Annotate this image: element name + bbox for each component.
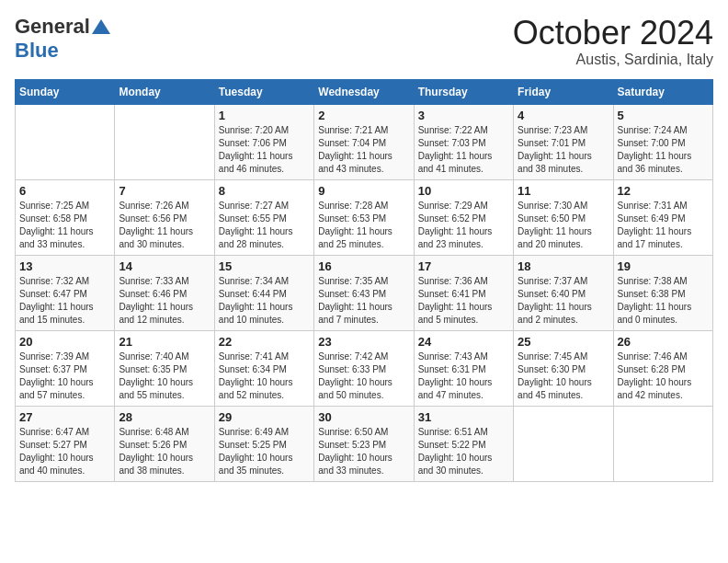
calendar-cell: 7Sunrise: 7:26 AM Sunset: 6:56 PM Daylig… [115, 179, 214, 255]
day-info: Sunrise: 7:33 AM Sunset: 6:46 PM Dayligh… [119, 275, 210, 327]
day-number: 22 [219, 335, 310, 349]
calendar-cell: 26Sunrise: 7:46 AM Sunset: 6:28 PM Dayli… [613, 330, 712, 406]
day-number: 5 [618, 109, 709, 122]
svg-marker-0 [92, 19, 110, 34]
day-info: Sunrise: 7:26 AM Sunset: 6:56 PM Dayligh… [119, 200, 210, 251]
day-number: 17 [418, 259, 509, 273]
day-info: Sunrise: 7:36 AM Sunset: 6:41 PM Dayligh… [418, 275, 509, 327]
calendar-week-1: 1Sunrise: 7:20 AM Sunset: 7:06 PM Daylig… [16, 104, 713, 179]
calendar-cell [514, 406, 613, 481]
calendar-cell: 22Sunrise: 7:41 AM Sunset: 6:34 PM Dayli… [214, 330, 313, 406]
day-info: Sunrise: 7:32 AM Sunset: 6:47 PM Dayligh… [19, 275, 110, 327]
calendar-cell: 6Sunrise: 7:25 AM Sunset: 6:58 PM Daylig… [16, 179, 115, 255]
day-info: Sunrise: 7:43 AM Sunset: 6:31 PM Dayligh… [418, 350, 509, 402]
day-number: 9 [318, 184, 409, 198]
day-info: Sunrise: 6:48 AM Sunset: 5:26 PM Dayligh… [119, 426, 210, 477]
day-number: 15 [219, 259, 310, 273]
calendar-cell: 18Sunrise: 7:37 AM Sunset: 6:40 PM Dayli… [514, 255, 613, 330]
day-info: Sunrise: 7:27 AM Sunset: 6:55 PM Dayligh… [219, 200, 310, 251]
day-number: 19 [618, 259, 709, 273]
day-info: Sunrise: 7:35 AM Sunset: 6:43 PM Dayligh… [318, 275, 409, 327]
logo-general: General [15, 15, 90, 39]
calendar-cell: 30Sunrise: 6:50 AM Sunset: 5:23 PM Dayli… [314, 406, 414, 481]
calendar-cell: 16Sunrise: 7:35 AM Sunset: 6:43 PM Dayli… [314, 255, 414, 330]
calendar-cell: 20Sunrise: 7:39 AM Sunset: 6:37 PM Dayli… [16, 330, 115, 406]
calendar-cell: 11Sunrise: 7:30 AM Sunset: 6:50 PM Dayli… [514, 179, 613, 255]
calendar-cell: 31Sunrise: 6:51 AM Sunset: 5:22 PM Dayli… [414, 406, 513, 481]
calendar-cell: 23Sunrise: 7:42 AM Sunset: 6:33 PM Dayli… [314, 330, 414, 406]
calendar-cell: 17Sunrise: 7:36 AM Sunset: 6:41 PM Dayli… [414, 255, 513, 330]
calendar-cell: 8Sunrise: 7:27 AM Sunset: 6:55 PM Daylig… [214, 179, 313, 255]
header-monday: Monday [115, 79, 214, 104]
logo: General Blue [15, 15, 110, 63]
day-info: Sunrise: 7:46 AM Sunset: 6:28 PM Dayligh… [618, 350, 709, 402]
day-info: Sunrise: 7:39 AM Sunset: 6:37 PM Dayligh… [19, 350, 110, 402]
calendar-cell: 9Sunrise: 7:28 AM Sunset: 6:53 PM Daylig… [314, 179, 414, 255]
header-saturday: Saturday [613, 79, 712, 104]
day-info: Sunrise: 7:37 AM Sunset: 6:40 PM Dayligh… [518, 275, 609, 327]
day-number: 1 [219, 109, 310, 122]
header-sunday: Sunday [16, 79, 115, 104]
day-number: 28 [119, 410, 210, 424]
day-number: 23 [318, 335, 409, 349]
day-info: Sunrise: 7:38 AM Sunset: 6:38 PM Dayligh… [618, 275, 709, 327]
calendar-cell: 28Sunrise: 6:48 AM Sunset: 5:26 PM Dayli… [115, 406, 214, 481]
day-number: 6 [19, 184, 110, 198]
day-info: Sunrise: 6:50 AM Sunset: 5:23 PM Dayligh… [318, 426, 409, 477]
day-info: Sunrise: 6:49 AM Sunset: 5:25 PM Dayligh… [219, 426, 310, 477]
calendar-cell: 2Sunrise: 7:21 AM Sunset: 7:04 PM Daylig… [314, 104, 414, 179]
logo-blue: Blue [15, 39, 59, 63]
calendar-cell [115, 104, 214, 179]
day-number: 20 [19, 335, 110, 349]
calendar-cell [16, 104, 115, 179]
day-number: 8 [219, 184, 310, 198]
calendar-week-4: 20Sunrise: 7:39 AM Sunset: 6:37 PM Dayli… [16, 330, 713, 406]
header-thursday: Thursday [414, 79, 513, 104]
day-number: 7 [119, 184, 210, 198]
calendar-week-2: 6Sunrise: 7:25 AM Sunset: 6:58 PM Daylig… [16, 179, 713, 255]
calendar-cell: 25Sunrise: 7:45 AM Sunset: 6:30 PM Dayli… [514, 330, 613, 406]
day-number: 2 [318, 109, 409, 122]
day-number: 29 [219, 410, 310, 424]
calendar-cell: 29Sunrise: 6:49 AM Sunset: 5:25 PM Dayli… [214, 406, 313, 481]
day-number: 11 [518, 184, 609, 198]
calendar-cell: 3Sunrise: 7:22 AM Sunset: 7:03 PM Daylig… [414, 104, 513, 179]
day-number: 3 [418, 109, 509, 122]
day-number: 24 [418, 335, 509, 349]
day-info: Sunrise: 7:23 AM Sunset: 7:01 PM Dayligh… [518, 124, 609, 176]
calendar-cell: 15Sunrise: 7:34 AM Sunset: 6:44 PM Dayli… [214, 255, 313, 330]
day-number: 27 [19, 410, 110, 424]
day-info: Sunrise: 7:25 AM Sunset: 6:58 PM Dayligh… [19, 200, 110, 251]
day-info: Sunrise: 7:42 AM Sunset: 6:33 PM Dayligh… [318, 350, 409, 402]
calendar-cell: 12Sunrise: 7:31 AM Sunset: 6:49 PM Dayli… [613, 179, 712, 255]
day-info: Sunrise: 7:40 AM Sunset: 6:35 PM Dayligh… [119, 350, 210, 402]
day-info: Sunrise: 7:29 AM Sunset: 6:52 PM Dayligh… [418, 200, 509, 251]
logo-icon [92, 19, 110, 34]
day-info: Sunrise: 7:45 AM Sunset: 6:30 PM Dayligh… [518, 350, 609, 402]
day-number: 4 [518, 109, 609, 122]
header-wednesday: Wednesday [314, 79, 414, 104]
title-block: October 2024 Austis, Sardinia, Italy [513, 15, 713, 68]
calendar-header-row: SundayMondayTuesdayWednesdayThursdayFrid… [16, 79, 713, 104]
calendar-cell: 19Sunrise: 7:38 AM Sunset: 6:38 PM Dayli… [613, 255, 712, 330]
day-number: 25 [518, 335, 609, 349]
calendar-table: SundayMondayTuesdayWednesdayThursdayFrid… [15, 79, 713, 482]
calendar-cell: 14Sunrise: 7:33 AM Sunset: 6:46 PM Dayli… [115, 255, 214, 330]
day-info: Sunrise: 7:24 AM Sunset: 7:00 PM Dayligh… [618, 124, 709, 176]
page-header: General Blue October 2024 Austis, Sardin… [15, 15, 713, 68]
day-number: 31 [418, 410, 509, 424]
calendar-cell: 21Sunrise: 7:40 AM Sunset: 6:35 PM Dayli… [115, 330, 214, 406]
day-info: Sunrise: 7:31 AM Sunset: 6:49 PM Dayligh… [618, 200, 709, 251]
day-number: 21 [119, 335, 210, 349]
calendar-cell: 13Sunrise: 7:32 AM Sunset: 6:47 PM Dayli… [16, 255, 115, 330]
calendar-cell: 24Sunrise: 7:43 AM Sunset: 6:31 PM Dayli… [414, 330, 513, 406]
day-info: Sunrise: 7:20 AM Sunset: 7:06 PM Dayligh… [219, 124, 310, 176]
day-info: Sunrise: 7:41 AM Sunset: 6:34 PM Dayligh… [219, 350, 310, 402]
month-title: October 2024 [513, 15, 713, 52]
day-number: 10 [418, 184, 509, 198]
calendar-cell: 27Sunrise: 6:47 AM Sunset: 5:27 PM Dayli… [16, 406, 115, 481]
calendar-cell [613, 406, 712, 481]
calendar-cell: 4Sunrise: 7:23 AM Sunset: 7:01 PM Daylig… [514, 104, 613, 179]
day-info: Sunrise: 7:28 AM Sunset: 6:53 PM Dayligh… [318, 200, 409, 251]
day-number: 26 [618, 335, 709, 349]
